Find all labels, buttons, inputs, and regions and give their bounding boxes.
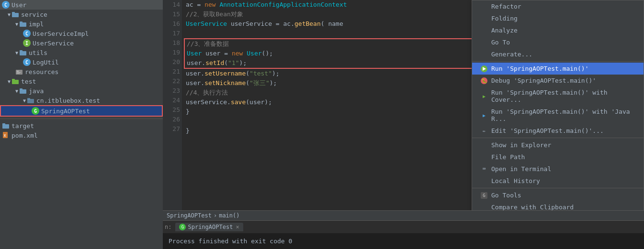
sidebar-item-springaoptest[interactable]: G SpringAOPTest xyxy=(0,105,163,117)
sidebar-item-label: cn.itbluebox.test xyxy=(36,97,100,104)
code-text: user.setNickname("张三"); xyxy=(186,79,277,87)
menu-item-folding[interactable]: Folding xyxy=(472,12,644,24)
java-icon: ▶ xyxy=(480,112,488,119)
arrow-icon: ▼ xyxy=(8,12,11,17)
run-icon xyxy=(480,65,488,72)
code-text: userService.save(user); xyxy=(186,98,272,106)
folder-icon xyxy=(2,122,10,130)
sidebar-item-service[interactable]: ▼ service xyxy=(0,10,163,19)
menu-item-label: Refactor xyxy=(491,3,521,10)
code-text: user.setUsername("test"); xyxy=(186,70,280,77)
menu-item-go-tools[interactable]: G Go Tools xyxy=(472,189,644,201)
arrow-icon: ▼ xyxy=(15,50,18,55)
sidebar-item-label: UserServiceImpl xyxy=(33,30,89,37)
class-i-icon: I xyxy=(23,39,31,47)
code-text: } xyxy=(186,108,190,115)
menu-item-run-java[interactable]: ▶ Run 'SpringAOPTest.main()' with 'Java … xyxy=(472,106,644,125)
sidebar-item-user[interactable]: C User xyxy=(0,0,163,10)
bottom-content: Process finished with exit code 0 xyxy=(163,233,644,249)
sidebar-item-label: resources xyxy=(25,68,58,76)
sidebar-item-label: java xyxy=(29,87,44,95)
menu-icon-none xyxy=(480,3,488,10)
menu-item-edit[interactable]: ✏ Edit 'SpringAOPTest.main()'... xyxy=(472,125,644,137)
svg-rect-9 xyxy=(17,73,20,74)
code-view: 14 15 16 17 18 19 20 21 22 23 24 25 26 2… xyxy=(163,0,644,210)
coverage-icon: ▶ xyxy=(480,93,488,99)
sidebar-item-label: target xyxy=(11,122,34,130)
breadcrumb-path: SpringAOPTest xyxy=(167,212,212,219)
menu-item-run[interactable]: Run 'SpringAOPTest.main()' xyxy=(472,63,644,75)
menu-item-show-explorer[interactable]: Show in Explorer xyxy=(472,139,644,151)
close-icon[interactable]: × xyxy=(236,224,239,230)
menu-item-analyze[interactable]: Analyze xyxy=(472,24,644,36)
menu-item-local-history[interactable]: Local History xyxy=(472,175,644,187)
menu-item-label: Edit 'SpringAOPTest.main()'... xyxy=(491,127,604,134)
sidebar-item-logutil[interactable]: C LogUtil xyxy=(0,57,163,67)
sidebar-item-userserviceimpl[interactable]: C UserServiceImpl xyxy=(0,29,163,38)
menu-separator xyxy=(472,61,644,62)
code-text: } xyxy=(186,127,190,134)
sidebar: C User ▼ service ▼ impl C UserServiceImp… xyxy=(0,0,163,249)
sidebar-item-target[interactable]: target xyxy=(0,121,163,130)
code-text: //3、准备数据 xyxy=(187,40,229,47)
sidebar-item-pomxml[interactable]: X pom.xml xyxy=(0,130,163,140)
bottom-tabs: n: G SpringAOPTest × xyxy=(163,221,644,233)
menu-item-label: Analyze xyxy=(491,27,518,34)
bottom-bar: n: G SpringAOPTest × Process finished wi… xyxy=(163,220,644,249)
menu-item-label: Go To xyxy=(491,39,510,46)
menu-item-label: Generate... xyxy=(491,51,532,58)
arrow-icon: ▼ xyxy=(15,22,18,27)
breadcrumb-separator: › xyxy=(214,212,217,219)
class-g-icon: G xyxy=(32,107,39,115)
menu-item-label: Compare with Clipboard xyxy=(491,204,574,210)
menu-item-label: Go Tools xyxy=(491,192,521,199)
folder-icon xyxy=(19,49,27,56)
sidebar-item-label: test xyxy=(21,78,36,85)
menu-icon-none xyxy=(480,142,488,149)
menu-item-open-terminal[interactable]: ⌨ Open in Terminal xyxy=(472,163,644,175)
file-icon: X xyxy=(2,131,10,139)
spring-icon: G xyxy=(179,224,186,230)
sidebar-item-package[interactable]: ▼ cn.itbluebox.test xyxy=(0,96,163,105)
sidebar-item-resources[interactable]: resources xyxy=(0,67,163,76)
sidebar-item-label: impl xyxy=(29,21,44,28)
resources-icon xyxy=(15,68,23,76)
menu-icon-none xyxy=(480,39,488,46)
sidebar-item-label: User xyxy=(11,1,26,9)
menu-item-file-path[interactable]: File Path xyxy=(472,151,644,163)
sidebar-item-label: utils xyxy=(29,49,47,56)
folder-icon xyxy=(11,77,19,85)
sidebar-item-label: LogUtil xyxy=(33,59,59,66)
menu-item-debug[interactable]: 🐛 Debug 'SpringAOPTest.main()' xyxy=(472,75,644,87)
sidebar-item-test[interactable]: ▼ test xyxy=(0,76,163,86)
bottom-tab-label: SpringAOPTest xyxy=(188,224,233,230)
package-icon xyxy=(27,97,34,104)
code-text: User user = new User(); xyxy=(187,50,273,57)
sidebar-item-userservice[interactable]: I UserService xyxy=(0,38,163,48)
menu-icon-none xyxy=(480,27,488,34)
main-area: C User ▼ service ▼ impl C UserServiceImp… xyxy=(0,0,644,249)
menu-item-goto[interactable]: Go To xyxy=(472,36,644,48)
svg-rect-8 xyxy=(17,72,21,73)
edit-icon: ✏ xyxy=(480,128,488,134)
context-menu: Refactor Folding Analyze Go To Generate.… xyxy=(472,0,644,210)
sidebar-item-java[interactable]: ▼ java xyxy=(0,86,163,96)
menu-item-compare-clipboard[interactable]: Compare with Clipboard xyxy=(472,201,644,210)
menu-item-run-coverage[interactable]: ▶ Run 'SpringAOPTest.main()' with Cover.… xyxy=(472,87,644,106)
svg-rect-15 xyxy=(27,98,30,100)
class-c-icon: C xyxy=(2,1,10,9)
sidebar-item-utils[interactable]: ▼ utils xyxy=(0,48,163,57)
code-text: //2、获取Bean对象 xyxy=(186,11,243,18)
go-tools-icon: G xyxy=(480,192,488,199)
sidebar-item-impl[interactable]: ▼ impl xyxy=(0,19,163,29)
breadcrumb: SpringAOPTest › main() xyxy=(163,210,644,220)
arrow-icon: ▼ xyxy=(23,98,26,103)
menu-item-generate[interactable]: Generate... xyxy=(472,48,644,60)
menu-icon-none xyxy=(480,51,488,58)
menu-item-refactor[interactable]: Refactor xyxy=(472,0,644,12)
terminal-icon: ⌨ xyxy=(480,166,488,173)
menu-icon-none xyxy=(480,204,488,211)
menu-icon-none xyxy=(480,154,488,161)
bottom-tab-springaoptest[interactable]: G SpringAOPTest × xyxy=(175,223,243,231)
svg-rect-11 xyxy=(12,79,15,81)
